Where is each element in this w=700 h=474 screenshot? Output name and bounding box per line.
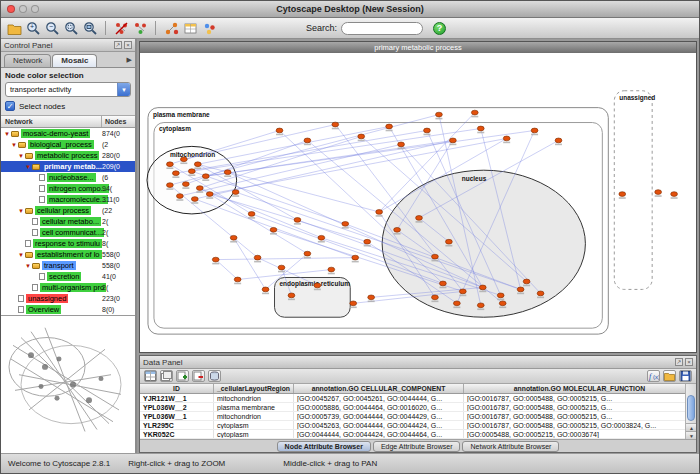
- vizmapper-icon[interactable]: [201, 20, 217, 36]
- tab-mosaic[interactable]: Mosaic: [52, 54, 97, 67]
- network-node[interactable]: [531, 128, 538, 133]
- zoom-window-icon[interactable]: [31, 5, 39, 13]
- table-cell[interactable]: [GO:0044444, GO:0044424, GO:0044464, G..…: [294, 430, 464, 438]
- network-node[interactable]: [248, 212, 255, 217]
- network-node[interactable]: [328, 267, 335, 272]
- zoom-out-icon[interactable]: −: [44, 20, 60, 36]
- node-color-dropdown[interactable]: transporter activity ▼: [5, 82, 131, 97]
- network-node[interactable]: [294, 217, 301, 222]
- table-cell[interactable]: cytoplasm: [214, 421, 294, 429]
- table-cell[interactable]: cytoplasm: [214, 430, 294, 438]
- network-node[interactable]: [167, 183, 174, 188]
- tree-row-multi-organism-pro[interactable]: multi-organism pro2(: [1, 282, 135, 293]
- network-node[interactable]: [288, 293, 295, 298]
- network-node[interactable]: [440, 281, 447, 286]
- network-node[interactable]: [232, 190, 239, 195]
- float-panel-icon[interactable]: ↗: [114, 41, 122, 49]
- tree-row-transport[interactable]: ▼transport558(0: [1, 260, 135, 271]
- table-cell[interactable]: YKR052C: [140, 430, 214, 438]
- network-node[interactable]: [364, 239, 371, 244]
- network-node[interactable]: [194, 162, 201, 167]
- expander-icon[interactable]: ▼: [10, 142, 18, 148]
- tab-overflow-icon[interactable]: ▶: [127, 56, 132, 64]
- tab-network[interactable]: Network: [4, 54, 51, 67]
- network-node[interactable]: [332, 122, 339, 127]
- network-node[interactable]: [212, 257, 219, 262]
- tree-row-biological-process[interactable]: ▼biological_process(2: [1, 139, 135, 150]
- table-cell[interactable]: mitochondrion: [214, 394, 294, 402]
- network-node[interactable]: [206, 192, 213, 197]
- network-edge[interactable]: [216, 258, 355, 260]
- attribute-grid-icon[interactable]: [182, 20, 198, 36]
- tree-row-establishment-of-lo[interactable]: ▼establishment of lo558(0: [1, 249, 135, 260]
- tree-row-nucleobase[interactable]: nucleobase...(6: [1, 172, 135, 183]
- tree-row-cell-communicat[interactable]: cell communicat...2(: [1, 227, 135, 238]
- tree-row-macromolecule[interactable]: macromolecule...311(0: [1, 194, 135, 205]
- network-node[interactable]: [176, 194, 183, 199]
- network-node[interactable]: [358, 134, 365, 139]
- tree-row-cellular-process[interactable]: ▼cellular process(22: [1, 205, 135, 216]
- unselect-attributes-icon[interactable]: [160, 370, 173, 382]
- table-cell[interactable]: plasma membrane: [214, 403, 294, 411]
- network-node[interactable]: [655, 190, 662, 195]
- table-cell[interactable]: [GO:0045263, GO:0044444, GO:0044424, G..…: [294, 421, 464, 429]
- network-node[interactable]: [449, 138, 456, 143]
- column-header-id[interactable]: ID: [140, 384, 214, 393]
- table-cell[interactable]: [GO:0016787, GO:0005488, GO:0005215, GO:…: [464, 421, 696, 429]
- tree-row-metabolic-process[interactable]: ▼metabolic process280(0: [1, 150, 135, 161]
- network-node[interactable]: [202, 174, 209, 179]
- tree-row-cellular-metabo[interactable]: cellular metabo...2(: [1, 216, 135, 227]
- scrollbar-thumb[interactable]: [687, 395, 695, 421]
- network-node[interactable]: [432, 295, 439, 300]
- network-edge[interactable]: [200, 188, 322, 238]
- table-row-yjr121w-1[interactable]: YJR121W__1mitochondrion[GO:0045267, GO:0…: [140, 394, 696, 403]
- network-canvas[interactable]: plasma membranecytoplasmmitochondrionnuc…: [140, 53, 696, 352]
- network-node[interactable]: [523, 279, 530, 284]
- import-table-icon[interactable]: [663, 370, 676, 382]
- tree-column-network[interactable]: Network: [1, 116, 102, 127]
- minimize-window-icon[interactable]: [19, 5, 27, 13]
- column-header-annotation-go-cellular-component[interactable]: annotation.GO CELLULAR_COMPONENT: [294, 384, 464, 393]
- window-titlebar[interactable]: Cytoscape Desktop (New Session): [1, 1, 699, 18]
- network-node[interactable]: [314, 283, 321, 288]
- column-header-cellularlayoutregion[interactable]: _cellularLayoutRegion: [214, 384, 294, 393]
- open-session-icon[interactable]: [6, 20, 22, 36]
- network-node[interactable]: [230, 235, 237, 240]
- table-row-ylr295c[interactable]: YLR295Ccytoplasm[GO:0045263, GO:0044444,…: [140, 421, 696, 430]
- network-node[interactable]: [477, 303, 484, 308]
- search-input[interactable]: [341, 22, 423, 35]
- table-cell[interactable]: YJR121W__1: [140, 394, 214, 402]
- network-node[interactable]: [318, 235, 325, 240]
- close-panel-icon[interactable]: ×: [685, 358, 693, 366]
- network-node[interactable]: [394, 227, 401, 232]
- tree-row-mosaic-demo-yeast[interactable]: ▼mosaic-demo-yeast874(0: [1, 128, 135, 139]
- table-cell[interactable]: mitochondrion: [214, 412, 294, 420]
- zoom-in-icon[interactable]: +: [25, 20, 41, 36]
- network-node[interactable]: [224, 170, 231, 175]
- close-window-icon[interactable]: [7, 5, 15, 13]
- table-cell[interactable]: [GO:0005886, GO:0044464, GO:0016020, G..…: [294, 403, 464, 411]
- network-node[interactable]: [477, 126, 484, 131]
- network-node[interactable]: [172, 171, 179, 176]
- network-node[interactable]: [537, 291, 544, 296]
- column-header-annotation-go-molecular-function[interactable]: annotation.GO MOLECULAR_FUNCTION: [464, 384, 696, 393]
- tree-row-unassigned[interactable]: unassigned223(0: [1, 293, 135, 304]
- expander-icon[interactable]: ▼: [17, 252, 25, 258]
- table-cell[interactable]: [GO:0045267, GO:0045261, GO:0044444, G..…: [294, 394, 464, 402]
- table-cell[interactable]: [GO:0005739, GO:0044444, GO:0044429, G..…: [294, 412, 464, 420]
- expander-icon[interactable]: ▼: [3, 131, 11, 137]
- function-builder-icon[interactable]: f(x): [647, 370, 660, 382]
- network-edge[interactable]: [216, 260, 238, 280]
- tab-edge-attribute-browser[interactable]: Edge Attribute Browser: [373, 441, 461, 452]
- network-node[interactable]: [350, 301, 357, 306]
- network-node[interactable]: [424, 128, 431, 133]
- new-attribute-icon[interactable]: [176, 370, 189, 382]
- birds-eye-view[interactable]: [1, 315, 135, 453]
- network-node[interactable]: [182, 182, 189, 187]
- tree-row-overview[interactable]: Overview8(0): [1, 304, 135, 315]
- unhide-selected-icon[interactable]: [132, 20, 148, 36]
- network-view-title[interactable]: primary metabolic process: [140, 42, 696, 53]
- network-node[interactable]: [446, 239, 453, 244]
- network-node[interactable]: [234, 277, 241, 282]
- float-panel-icon[interactable]: ↗: [675, 358, 683, 366]
